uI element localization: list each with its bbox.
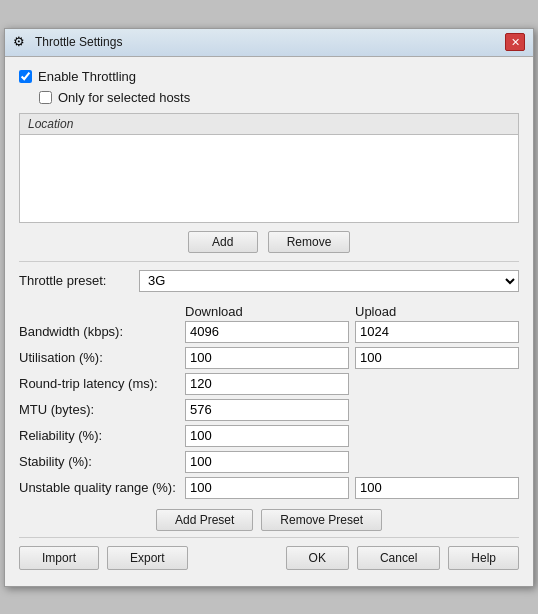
help-button[interactable]: Help (448, 546, 519, 570)
field-download-4[interactable] (185, 425, 349, 447)
col-download-header: Download (185, 304, 349, 319)
bottom-right: OK Cancel Help (286, 546, 519, 570)
field-download-5[interactable] (185, 451, 349, 473)
column-headers: Download Upload (19, 304, 519, 319)
cancel-button[interactable]: Cancel (357, 546, 440, 570)
remove-preset-button[interactable]: Remove Preset (261, 509, 382, 531)
field-download-2[interactable] (185, 373, 349, 395)
enable-throttling-row: Enable Throttling (19, 69, 519, 84)
field-download-6[interactable] (185, 477, 349, 499)
only-selected-hosts-checkbox[interactable] (39, 91, 52, 104)
add-remove-row: Add Remove (19, 231, 519, 253)
only-selected-hosts-label: Only for selected hosts (58, 90, 190, 105)
add-preset-button[interactable]: Add Preset (156, 509, 253, 531)
col-empty (19, 304, 179, 319)
main-window: ⚙ Throttle Settings ✕ Enable Throttling … (4, 28, 534, 587)
title-bar: ⚙ Throttle Settings ✕ (5, 29, 533, 57)
title-bar-left: ⚙ Throttle Settings (13, 34, 122, 50)
field-label-0: Bandwidth (kbps): (19, 324, 179, 339)
preset-label: Throttle preset: (19, 273, 139, 288)
field-download-1[interactable] (185, 347, 349, 369)
field-label-4: Reliability (%): (19, 428, 179, 443)
settings-grid: Bandwidth (kbps):Utilisation (%):Round-t… (19, 321, 519, 499)
field-download-0[interactable] (185, 321, 349, 343)
col-upload-header: Upload (355, 304, 519, 319)
preset-buttons-row: Add Preset Remove Preset (19, 509, 519, 531)
enable-throttling-checkbox[interactable] (19, 70, 32, 83)
window-icon: ⚙ (13, 34, 29, 50)
content-area: Enable Throttling Only for selected host… (5, 57, 533, 586)
field-upload-1[interactable] (355, 347, 519, 369)
remove-button[interactable]: Remove (268, 231, 351, 253)
preset-row: Throttle preset: 3G 2G Edge Custom (19, 270, 519, 292)
field-upload-0[interactable] (355, 321, 519, 343)
ok-button[interactable]: OK (286, 546, 349, 570)
export-button[interactable]: Export (107, 546, 188, 570)
import-button[interactable]: Import (19, 546, 99, 570)
field-label-3: MTU (bytes): (19, 402, 179, 417)
preset-select[interactable]: 3G 2G Edge Custom (139, 270, 519, 292)
enable-throttling-label: Enable Throttling (38, 69, 136, 84)
add-button[interactable]: Add (188, 231, 258, 253)
close-button[interactable]: ✕ (505, 33, 525, 51)
location-column-header: Location (20, 114, 518, 135)
bottom-left: Import Export (19, 546, 188, 570)
field-label-6: Unstable quality range (%): (19, 480, 179, 495)
divider-1 (19, 261, 519, 262)
field-download-3[interactable] (185, 399, 349, 421)
location-panel: Location (19, 113, 519, 223)
bottom-row: Import Export OK Cancel Help (19, 537, 519, 574)
only-selected-hosts-row: Only for selected hosts (39, 90, 519, 105)
field-upload-6[interactable] (355, 477, 519, 499)
field-label-5: Stability (%): (19, 454, 179, 469)
field-label-1: Utilisation (%): (19, 350, 179, 365)
window-title: Throttle Settings (35, 35, 122, 49)
field-label-2: Round-trip latency (ms): (19, 376, 179, 391)
